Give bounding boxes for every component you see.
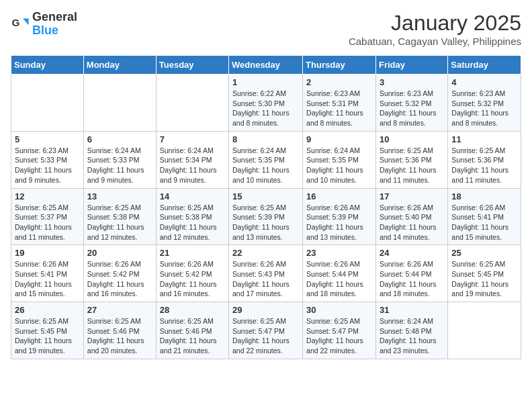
calendar-cell: 25Sunrise: 6:25 AM Sunset: 5:45 PM Dayli… <box>448 245 521 302</box>
day-number: 2 <box>306 77 372 87</box>
day-info: Sunrise: 6:26 AM Sunset: 5:39 PM Dayligh… <box>306 203 372 242</box>
calendar-cell: 22Sunrise: 6:26 AM Sunset: 5:43 PM Dayli… <box>229 245 303 302</box>
day-info: Sunrise: 6:26 AM Sunset: 5:42 PM Dayligh… <box>160 259 225 299</box>
month-title: January 2025 <box>349 11 521 36</box>
day-info: Sunrise: 6:26 AM Sunset: 5:44 PM Dayligh… <box>380 259 444 299</box>
day-info: Sunrise: 6:26 AM Sunset: 5:44 PM Dayligh… <box>306 259 372 299</box>
col-header-saturday: Saturday <box>448 56 521 75</box>
day-info: Sunrise: 6:24 AM Sunset: 5:34 PM Dayligh… <box>160 146 225 185</box>
day-number: 13 <box>87 191 152 201</box>
calendar-cell: 18Sunrise: 6:26 AM Sunset: 5:41 PM Dayli… <box>448 188 521 245</box>
col-header-thursday: Thursday <box>303 56 376 75</box>
day-info: Sunrise: 6:25 AM Sunset: 5:37 PM Dayligh… <box>15 203 80 242</box>
calendar-cell: 26Sunrise: 6:25 AM Sunset: 5:45 PM Dayli… <box>11 302 84 359</box>
calendar-cell: 29Sunrise: 6:25 AM Sunset: 5:47 PM Dayli… <box>229 302 303 359</box>
day-number: 31 <box>380 305 444 315</box>
day-info: Sunrise: 6:25 AM Sunset: 5:46 PM Dayligh… <box>87 316 152 356</box>
day-number: 10 <box>380 134 444 144</box>
day-number: 4 <box>451 77 517 87</box>
calendar-cell <box>11 75 84 132</box>
day-number: 11 <box>451 134 517 144</box>
calendar-header: SundayMondayTuesdayWednesdayThursdayFrid… <box>11 56 521 75</box>
day-number: 30 <box>306 305 372 315</box>
calendar-cell: 11Sunrise: 6:25 AM Sunset: 5:36 PM Dayli… <box>448 131 521 188</box>
calendar-cell: 17Sunrise: 6:26 AM Sunset: 5:40 PM Dayli… <box>375 188 447 245</box>
day-info: Sunrise: 6:25 AM Sunset: 5:38 PM Dayligh… <box>160 203 225 242</box>
calendar-cell: 19Sunrise: 6:26 AM Sunset: 5:41 PM Dayli… <box>11 245 84 302</box>
calendar-cell: 20Sunrise: 6:26 AM Sunset: 5:42 PM Dayli… <box>83 245 156 302</box>
day-number: 20 <box>87 248 152 258</box>
day-number: 9 <box>306 134 372 144</box>
day-number: 1 <box>232 77 299 87</box>
day-info: Sunrise: 6:25 AM Sunset: 5:45 PM Dayligh… <box>15 316 80 356</box>
day-info: Sunrise: 6:26 AM Sunset: 5:41 PM Dayligh… <box>451 203 517 242</box>
day-number: 21 <box>160 248 225 258</box>
col-header-friday: Friday <box>375 56 447 75</box>
day-number: 27 <box>87 305 152 315</box>
day-number: 3 <box>380 77 444 87</box>
calendar-cell: 10Sunrise: 6:25 AM Sunset: 5:36 PM Dayli… <box>375 131 447 188</box>
day-number: 12 <box>15 191 80 201</box>
day-number: 28 <box>160 305 225 315</box>
calendar-cell: 2Sunrise: 6:23 AM Sunset: 5:31 PM Daylig… <box>303 75 376 132</box>
col-header-wednesday: Wednesday <box>229 56 303 75</box>
svg-text:G: G <box>11 17 19 28</box>
calendar-cell: 30Sunrise: 6:25 AM Sunset: 5:47 PM Dayli… <box>303 302 376 359</box>
calendar-cell: 9Sunrise: 6:24 AM Sunset: 5:35 PM Daylig… <box>303 131 376 188</box>
calendar-cell: 13Sunrise: 6:25 AM Sunset: 5:38 PM Dayli… <box>83 188 156 245</box>
day-number: 24 <box>380 248 444 258</box>
day-info: Sunrise: 6:26 AM Sunset: 5:41 PM Dayligh… <box>15 259 80 299</box>
calendar-cell: 24Sunrise: 6:26 AM Sunset: 5:44 PM Dayli… <box>375 245 447 302</box>
col-header-monday: Monday <box>83 56 156 75</box>
day-info: Sunrise: 6:23 AM Sunset: 5:31 PM Dayligh… <box>306 89 372 128</box>
day-number: 15 <box>232 191 299 201</box>
day-info: Sunrise: 6:23 AM Sunset: 5:32 PM Dayligh… <box>451 89 517 128</box>
col-header-sunday: Sunday <box>11 56 84 75</box>
day-number: 29 <box>232 305 299 315</box>
calendar-cell: 3Sunrise: 6:23 AM Sunset: 5:32 PM Daylig… <box>375 75 447 132</box>
calendar-cell <box>448 302 521 359</box>
calendar-cell: 21Sunrise: 6:26 AM Sunset: 5:42 PM Dayli… <box>156 245 228 302</box>
day-info: Sunrise: 6:25 AM Sunset: 5:46 PM Dayligh… <box>160 316 225 356</box>
day-number: 14 <box>160 191 225 201</box>
calendar-cell: 15Sunrise: 6:25 AM Sunset: 5:39 PM Dayli… <box>229 188 303 245</box>
title-block: January 2025 Cabatuan, Cagayan Valley, P… <box>349 11 521 47</box>
calendar-cell: 31Sunrise: 6:24 AM Sunset: 5:48 PM Dayli… <box>375 302 447 359</box>
day-number: 26 <box>15 305 80 315</box>
day-info: Sunrise: 6:25 AM Sunset: 5:36 PM Dayligh… <box>451 146 517 185</box>
calendar-cell <box>83 75 156 132</box>
day-info: Sunrise: 6:24 AM Sunset: 5:33 PM Dayligh… <box>87 146 152 185</box>
svg-marker-1 <box>23 18 28 25</box>
day-info: Sunrise: 6:25 AM Sunset: 5:39 PM Dayligh… <box>232 203 299 242</box>
day-number: 17 <box>380 191 444 201</box>
day-info: Sunrise: 6:25 AM Sunset: 5:45 PM Dayligh… <box>451 259 517 299</box>
day-info: Sunrise: 6:25 AM Sunset: 5:47 PM Dayligh… <box>306 316 372 356</box>
day-info: Sunrise: 6:23 AM Sunset: 5:33 PM Dayligh… <box>15 146 80 185</box>
calendar-cell: 6Sunrise: 6:24 AM Sunset: 5:33 PM Daylig… <box>83 131 156 188</box>
logo-text: General Blue <box>32 11 77 38</box>
day-number: 7 <box>160 134 225 144</box>
calendar-cell: 16Sunrise: 6:26 AM Sunset: 5:39 PM Dayli… <box>303 188 376 245</box>
calendar-cell: 5Sunrise: 6:23 AM Sunset: 5:33 PM Daylig… <box>11 131 84 188</box>
calendar-table: SundayMondayTuesdayWednesdayThursdayFrid… <box>11 55 521 359</box>
calendar-cell: 7Sunrise: 6:24 AM Sunset: 5:34 PM Daylig… <box>156 131 228 188</box>
calendar-cell: 28Sunrise: 6:25 AM Sunset: 5:46 PM Dayli… <box>156 302 228 359</box>
day-number: 19 <box>15 248 80 258</box>
logo-icon: G <box>11 15 30 34</box>
day-number: 18 <box>451 191 517 201</box>
day-info: Sunrise: 6:25 AM Sunset: 5:38 PM Dayligh… <box>87 203 152 242</box>
logo-line1: General <box>32 11 77 24</box>
day-number: 16 <box>306 191 372 201</box>
day-number: 22 <box>232 248 299 258</box>
location: Cabatuan, Cagayan Valley, Philippines <box>349 36 521 47</box>
calendar-cell: 1Sunrise: 6:22 AM Sunset: 5:30 PM Daylig… <box>229 75 303 132</box>
calendar-cell: 14Sunrise: 6:25 AM Sunset: 5:38 PM Dayli… <box>156 188 228 245</box>
calendar-cell: 4Sunrise: 6:23 AM Sunset: 5:32 PM Daylig… <box>448 75 521 132</box>
col-header-tuesday: Tuesday <box>156 56 228 75</box>
day-number: 5 <box>15 134 80 144</box>
day-info: Sunrise: 6:25 AM Sunset: 5:47 PM Dayligh… <box>232 316 299 356</box>
day-info: Sunrise: 6:24 AM Sunset: 5:48 PM Dayligh… <box>380 316 444 356</box>
logo-line2: Blue <box>32 24 77 38</box>
day-number: 23 <box>306 248 372 258</box>
calendar-cell: 12Sunrise: 6:25 AM Sunset: 5:37 PM Dayli… <box>11 188 84 245</box>
